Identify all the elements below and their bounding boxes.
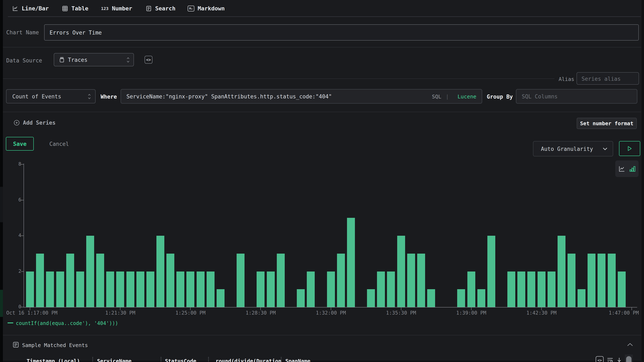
chart-bar xyxy=(116,272,124,307)
wrap-text-icon[interactable] xyxy=(606,357,614,362)
x-tick-label: 1:25:00 PM xyxy=(159,310,222,316)
chart-bar xyxy=(347,218,355,307)
chart-bar xyxy=(206,272,214,307)
y-tick-label: 0 xyxy=(9,304,21,309)
page-scrollbar-track[interactable] xyxy=(641,0,644,362)
x-axis-line xyxy=(24,307,637,308)
chart-bar xyxy=(387,272,395,307)
chart-bar xyxy=(256,272,264,307)
column-resize-handle[interactable] xyxy=(208,357,209,362)
chart-bar xyxy=(86,236,94,307)
column-header-statuscode[interactable]: StatusCode xyxy=(165,358,196,362)
chart-bar xyxy=(337,254,345,307)
x-tick-label: 1:28:30 PM xyxy=(229,310,292,316)
chart-bar xyxy=(568,254,576,307)
collapse-chevron-up-icon[interactable] xyxy=(626,343,634,347)
chart-bar xyxy=(176,272,184,307)
y-tick-mark xyxy=(21,307,24,307)
chart-bar xyxy=(397,236,405,307)
chart-bar xyxy=(548,272,556,307)
x-tick-label: 1:35:30 PM xyxy=(370,310,432,316)
chart-bar xyxy=(487,236,495,307)
chart-bar xyxy=(166,254,174,307)
legend-label[interactable]: countIf(and(equa..code'), '404'))) xyxy=(16,320,118,326)
chart-bar xyxy=(478,289,485,307)
x-tick-label: 1:42:30 PM xyxy=(510,310,573,316)
y-tick-label: 2 xyxy=(9,268,21,274)
chart-bar xyxy=(56,272,64,307)
chart-bar xyxy=(517,272,525,307)
chart-bar xyxy=(377,272,385,307)
chart-bar xyxy=(558,236,566,307)
chart-bar xyxy=(277,254,285,307)
legend-dash xyxy=(8,323,13,323)
column-header-servicename[interactable]: ServiceName xyxy=(97,358,132,362)
chart-bar xyxy=(427,289,435,307)
list-details-icon xyxy=(12,342,19,348)
chart-bar xyxy=(126,272,134,307)
chart-bar xyxy=(146,272,154,307)
download-icon[interactable] xyxy=(616,357,623,362)
y-tick-mark xyxy=(21,200,24,200)
chart-bar xyxy=(468,272,475,307)
chart-bar xyxy=(36,254,44,307)
chart-bar xyxy=(417,254,425,307)
chart-bar xyxy=(578,289,586,307)
x-tick-label: 1:39:00 PM xyxy=(440,310,502,316)
chart-bar xyxy=(156,236,164,307)
y-tick-label: 8 xyxy=(9,161,21,167)
chart-bar xyxy=(527,272,535,307)
chart-bar xyxy=(136,272,144,307)
chart-bar xyxy=(106,272,114,307)
x-tick-label: 1:47:00 PM xyxy=(609,310,639,316)
chart-bar xyxy=(538,272,546,307)
chart-bar xyxy=(66,254,74,307)
column-header-timestamp[interactable]: Timestamp (Local) xyxy=(27,358,80,362)
column-resize-handle[interactable] xyxy=(160,357,162,362)
chart-bar xyxy=(598,254,606,307)
chart-bar xyxy=(608,254,616,307)
y-tick-label: 6 xyxy=(9,197,21,202)
column-resize-handle[interactable] xyxy=(281,357,282,362)
chart-bar xyxy=(216,289,224,307)
events-panel-title: Sample Matched Events xyxy=(22,342,88,348)
column-header-spanname[interactable]: SpanName xyxy=(285,358,310,362)
y-tick-mark xyxy=(21,235,24,236)
chart-bar xyxy=(457,289,465,307)
chart-bar xyxy=(76,272,84,307)
code-view-icon[interactable]: <> xyxy=(596,356,604,362)
chart-bar xyxy=(267,272,275,307)
chart-bar xyxy=(26,272,34,307)
x-tick-label: 1:32:00 PM xyxy=(300,310,362,316)
chart-bar xyxy=(367,289,375,307)
x-tick-label: Oct 16 1:17:00 PM xyxy=(6,310,58,316)
chart-bar xyxy=(327,272,335,307)
chart-bar xyxy=(196,272,204,307)
y-tick-mark xyxy=(21,271,24,272)
x-tick-label: 1:21:30 PM xyxy=(89,310,152,316)
chart-bar xyxy=(236,254,244,307)
chart-bar xyxy=(407,254,415,307)
column-header-duration[interactable]: round(divide(Duration xyxy=(216,358,282,362)
chart-bar xyxy=(307,272,315,307)
chart-bar xyxy=(46,272,54,307)
table-scrollbar-thumb[interactable] xyxy=(626,356,632,362)
chart-bar xyxy=(618,272,626,307)
chart-bar xyxy=(507,272,515,307)
chart-bar xyxy=(588,254,596,307)
y-tick-label: 4 xyxy=(9,233,21,238)
events-panel-divider xyxy=(3,335,641,335)
chart-bar xyxy=(96,254,104,307)
column-resize-handle[interactable] xyxy=(92,357,93,362)
y-axis-line xyxy=(24,164,24,308)
y-tick-mark xyxy=(21,164,24,165)
chart-bar xyxy=(186,272,194,307)
time-series-bar-chart: 02468Oct 16 1:17:00 PM1:21:30 PM1:25:00 … xyxy=(0,0,644,362)
chart-bar xyxy=(297,289,305,307)
